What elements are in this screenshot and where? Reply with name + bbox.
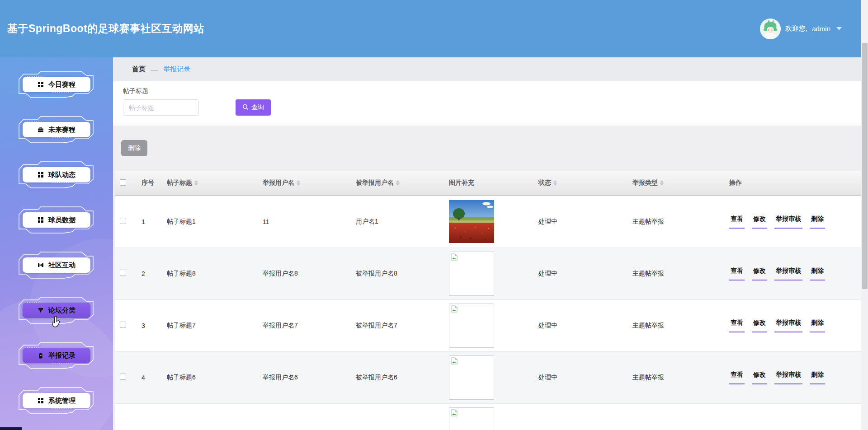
column-header-image: 图片补充 — [444, 171, 534, 196]
select-all-checkbox[interactable] — [120, 179, 126, 186]
cell-title: 帖子标题8 — [167, 270, 196, 277]
column-header-num: 序号 — [137, 171, 162, 196]
table-row: 4帖子标题6举报用户名6被举报用户名6处理中主题帖举报查看修改举报审核删除 — [115, 351, 861, 403]
table-row: 2帖子标题8举报用户名8被举报用户名8处理中主题帖举报查看修改举报审核删除 — [115, 248, 861, 299]
edit-action-button[interactable]: 修改 — [752, 267, 767, 280]
sort-icon[interactable] — [553, 180, 557, 186]
search-panel: 帖子标题 查询 — [113, 81, 868, 126]
search-icon — [242, 104, 249, 112]
grid-icon — [38, 397, 44, 404]
query-button[interactable]: 查询 — [236, 99, 271, 116]
breadcrumb-separator: — — [151, 65, 158, 73]
delete-action-button[interactable]: 删除 — [810, 215, 825, 229]
sidebar-item-player-data[interactable]: 球员数据 — [0, 197, 113, 243]
grid-icon — [38, 217, 44, 223]
column-header-reported[interactable]: 被举报用户名 — [351, 171, 444, 196]
view-action-button[interactable]: 查看 — [729, 215, 745, 229]
breadcrumb-home[interactable]: 首页 — [132, 65, 146, 74]
username-text: admin — [812, 25, 830, 33]
toolbar: 删除 — [113, 126, 868, 171]
row-checkbox[interactable] — [120, 322, 126, 328]
delete-action-button[interactable]: 删除 — [810, 371, 825, 384]
cell-reporter: 举报用户名8 — [263, 270, 298, 277]
sidebar-item-system-manage[interactable]: 系统管理 — [0, 378, 113, 423]
broken-image-placeholder — [449, 407, 494, 430]
sidebar-item-label: 未来赛程 — [48, 126, 75, 134]
table-row — [115, 403, 861, 430]
cell-reporter: 11 — [263, 218, 269, 225]
search-input[interactable] — [123, 99, 199, 116]
main-content: 首页 — 举报记录 帖子标题 查询 删除 — [113, 57, 868, 430]
table-row: 3帖子标题7举报用户名7被举报用户名7处理中主题帖举报查看修改举报审核删除 — [115, 299, 861, 351]
breadcrumb: 首页 — 举报记录 — [113, 57, 868, 81]
audit-action-button[interactable]: 举报审核 — [774, 215, 802, 229]
row-checkbox[interactable] — [120, 374, 126, 380]
broken-image-placeholder — [449, 252, 494, 296]
cell-reported: 被举报用户名7 — [356, 322, 397, 329]
sidebar-item-label: 举报记录 — [48, 351, 75, 360]
cell-type: 主题帖举报 — [632, 322, 664, 329]
cell-num: 2 — [142, 270, 145, 277]
audit-action-button[interactable]: 举报审核 — [774, 267, 802, 280]
table-row: 1帖子标题111用户名1处理中主题帖举报查看修改举报审核删除 — [115, 196, 861, 248]
chevron-down-icon — [836, 27, 842, 30]
view-action-button[interactable]: 查看 — [729, 319, 745, 332]
delete-action-button[interactable]: 删除 — [810, 267, 825, 280]
sidebar: 今日赛程未来赛程球队动态球员数据社区互动论坛分类举报记录系统管理 — [0, 57, 113, 430]
page-title: 基于SpringBoot的足球赛事社区互动网站 — [7, 22, 204, 36]
sort-icon[interactable] — [194, 180, 198, 186]
sidebar-item-label: 球员数据 — [48, 216, 75, 224]
cell-type: 主题帖举报 — [632, 270, 664, 277]
app-header: 基于SpringBoot的足球赛事社区互动网站 — [0, 0, 868, 57]
view-action-button[interactable]: 查看 — [729, 371, 745, 384]
sort-icon[interactable] — [396, 180, 400, 186]
cell-reporter: 举报用户名6 — [263, 374, 298, 381]
sidebar-item-forum-category[interactable]: 论坛分类 — [0, 288, 113, 333]
brush-icon — [38, 307, 44, 313]
avatar[interactable] — [760, 19, 781, 39]
edit-action-button[interactable]: 修改 — [752, 215, 767, 229]
delete-button[interactable]: 删除 — [121, 140, 147, 156]
column-header-actions: 操作 — [725, 171, 861, 196]
scrollbar-thumb[interactable] — [862, 43, 868, 289]
breadcrumb-current[interactable]: 举报记录 — [163, 65, 190, 74]
sidebar-item-community[interactable]: 社区互动 — [0, 243, 113, 288]
audit-action-button[interactable]: 举报审核 — [774, 371, 802, 384]
cell-reported: 被举报用户名6 — [356, 374, 397, 381]
welcome-text: 欢迎您, — [785, 24, 807, 33]
select-all-header — [115, 171, 137, 196]
view-action-button[interactable]: 查看 — [729, 267, 745, 280]
sidebar-item-team-news[interactable]: 球队动态 — [0, 152, 113, 197]
edit-action-button[interactable]: 修改 — [752, 371, 767, 384]
cell-status: 处理中 — [538, 374, 557, 381]
column-header-reporter[interactable]: 举报用户名 — [258, 171, 351, 196]
row-checkbox[interactable] — [120, 270, 126, 276]
cell-num: 3 — [142, 322, 145, 329]
user-menu[interactable]: 欢迎您, admin — [760, 19, 842, 39]
cell-type: 主题帖举报 — [632, 374, 664, 381]
table-header-row: 序号帖子标题举报用户名被举报用户名图片补充状态举报类型操作 — [115, 171, 861, 196]
cell-reporter: 举报用户名7 — [263, 322, 298, 329]
sort-icon[interactable] — [297, 180, 300, 186]
sidebar-item-today-schedule[interactable]: 今日赛程 — [0, 62, 113, 107]
report-table: 序号帖子标题举报用户名被举报用户名图片补充状态举报类型操作1帖子标题111用户名… — [115, 171, 861, 430]
audit-action-button[interactable]: 举报审核 — [774, 319, 802, 332]
sidebar-item-report-record[interactable]: 举报记录 — [0, 333, 113, 378]
cell-status: 处理中 — [538, 270, 557, 277]
sidebar-item-label: 系统管理 — [48, 397, 75, 405]
query-button-label: 查询 — [251, 103, 264, 112]
column-header-type[interactable]: 举报类型 — [628, 171, 725, 196]
report-table-wrap: 序号帖子标题举报用户名被举报用户名图片补充状态举报类型操作1帖子标题111用户名… — [115, 171, 861, 430]
cell-status: 处理中 — [538, 218, 557, 225]
cell-title: 帖子标题7 — [167, 322, 196, 329]
report-image-photo[interactable] — [449, 200, 494, 243]
edit-action-button[interactable]: 修改 — [752, 319, 767, 332]
cell-num: 4 — [142, 374, 145, 381]
scrollbar[interactable] — [861, 0, 868, 430]
delete-action-button[interactable]: 删除 — [810, 319, 825, 332]
sort-icon[interactable] — [660, 180, 664, 186]
row-checkbox[interactable] — [120, 218, 126, 224]
column-header-status[interactable]: 状态 — [534, 171, 628, 196]
sidebar-item-future-schedule[interactable]: 未来赛程 — [0, 107, 113, 152]
column-header-title[interactable]: 帖子标题 — [162, 171, 258, 196]
